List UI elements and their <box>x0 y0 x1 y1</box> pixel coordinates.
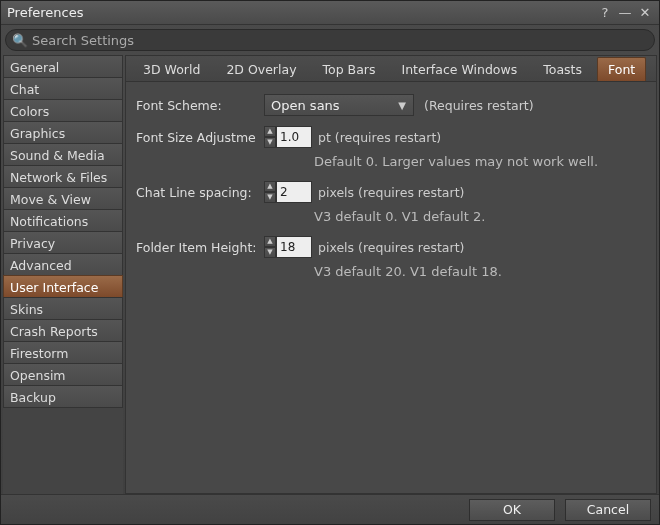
font-size-label: Font Size Adjustme <box>136 130 264 145</box>
chat-spacing-input[interactable] <box>276 181 312 203</box>
tab-top-bars[interactable]: Top Bars <box>312 57 387 81</box>
font-size-input[interactable] <box>276 126 312 148</box>
sidebar-item-notifications[interactable]: Notifications <box>3 209 123 232</box>
font-scheme-value: Open sans <box>271 98 340 113</box>
search-icon: 🔍 <box>12 33 28 48</box>
font-size-unit: pt (requires restart) <box>318 130 441 145</box>
sidebar-item-backup[interactable]: Backup <box>3 385 123 408</box>
tab-3d-world[interactable]: 3D World <box>132 57 211 81</box>
ok-button[interactable]: OK <box>469 499 555 521</box>
folder-height-unit: pixels (requires restart) <box>318 240 464 255</box>
sidebar-item-colors[interactable]: Colors <box>3 99 123 122</box>
chat-spacing-label: Chat Line spacing: <box>136 185 264 200</box>
chevron-down-icon: ▼ <box>395 98 409 112</box>
folder-height-label: Folder Item Height: <box>136 240 264 255</box>
sidebar-item-advanced[interactable]: Advanced <box>3 253 123 276</box>
folder-height-help: V3 default 20. V1 default 18. <box>314 264 646 279</box>
tab-2d-overlay[interactable]: 2D Overlay <box>215 57 307 81</box>
folder-height-spinner[interactable]: ▲ ▼ <box>264 236 312 258</box>
main-panel: 3D World2D OverlayTop BarsInterface Wind… <box>125 55 657 494</box>
search-bar[interactable]: 🔍 <box>5 29 655 51</box>
font-panel: Font Scheme: Open sans ▼ (Requires resta… <box>126 82 656 493</box>
spinner-down-icon[interactable]: ▼ <box>264 192 276 203</box>
titlebar: Preferences ? — ✕ <box>1 1 659 25</box>
close-icon[interactable]: ✕ <box>637 5 653 21</box>
sidebar-item-sound-media[interactable]: Sound & Media <box>3 143 123 166</box>
sidebar-item-chat[interactable]: Chat <box>3 77 123 100</box>
spinner-down-icon[interactable]: ▼ <box>264 247 276 258</box>
font-scheme-row: Font Scheme: Open sans ▼ (Requires resta… <box>136 94 646 116</box>
spinner-up-icon[interactable]: ▲ <box>264 181 276 192</box>
sidebar-item-skins[interactable]: Skins <box>3 297 123 320</box>
preferences-window: Preferences ? — ✕ 🔍 GeneralChatColorsGra… <box>0 0 660 525</box>
search-input[interactable] <box>32 33 648 48</box>
font-size-row: Font Size Adjustme ▲ ▼ pt (requires rest… <box>136 126 646 148</box>
chat-spacing-spinner[interactable]: ▲ ▼ <box>264 181 312 203</box>
chat-spacing-row: Chat Line spacing: ▲ ▼ pixels (requires … <box>136 181 646 203</box>
font-scheme-requires: (Requires restart) <box>424 98 534 113</box>
sidebar-item-crash-reports[interactable]: Crash Reports <box>3 319 123 342</box>
sidebar-item-graphics[interactable]: Graphics <box>3 121 123 144</box>
sidebar-item-firestorm[interactable]: Firestorm <box>3 341 123 364</box>
font-size-help: Default 0. Larger values may not work we… <box>314 154 646 169</box>
cancel-button[interactable]: Cancel <box>565 499 651 521</box>
spinner-up-icon[interactable]: ▲ <box>264 126 276 137</box>
body: GeneralChatColorsGraphicsSound & MediaNe… <box>1 55 659 494</box>
font-scheme-label: Font Scheme: <box>136 98 264 113</box>
sidebar-item-general[interactable]: General <box>3 55 123 78</box>
footer: OK Cancel <box>1 494 659 524</box>
chat-spacing-help: V3 default 0. V1 default 2. <box>314 209 646 224</box>
tab-font[interactable]: Font <box>597 57 646 81</box>
font-size-spinner[interactable]: ▲ ▼ <box>264 126 312 148</box>
minimize-icon[interactable]: — <box>617 5 633 21</box>
spinner-up-icon[interactable]: ▲ <box>264 236 276 247</box>
folder-height-input[interactable] <box>276 236 312 258</box>
sidebar-item-network-files[interactable]: Network & Files <box>3 165 123 188</box>
folder-height-row: Folder Item Height: ▲ ▼ pixels (requires… <box>136 236 646 258</box>
window-title: Preferences <box>7 5 593 20</box>
sidebar-item-privacy[interactable]: Privacy <box>3 231 123 254</box>
help-icon[interactable]: ? <box>597 5 613 21</box>
chat-spacing-unit: pixels (requires restart) <box>318 185 464 200</box>
spinner-down-icon[interactable]: ▼ <box>264 137 276 148</box>
sidebar-item-move-view[interactable]: Move & View <box>3 187 123 210</box>
font-scheme-dropdown[interactable]: Open sans ▼ <box>264 94 414 116</box>
tab-toasts[interactable]: Toasts <box>532 57 593 81</box>
category-sidebar: GeneralChatColorsGraphicsSound & MediaNe… <box>3 55 123 494</box>
tab-interface-windows[interactable]: Interface Windows <box>391 57 529 81</box>
sidebar-item-opensim[interactable]: Opensim <box>3 363 123 386</box>
sidebar-item-user-interface[interactable]: User Interface <box>3 275 123 298</box>
tab-bar: 3D World2D OverlayTop BarsInterface Wind… <box>126 56 656 82</box>
